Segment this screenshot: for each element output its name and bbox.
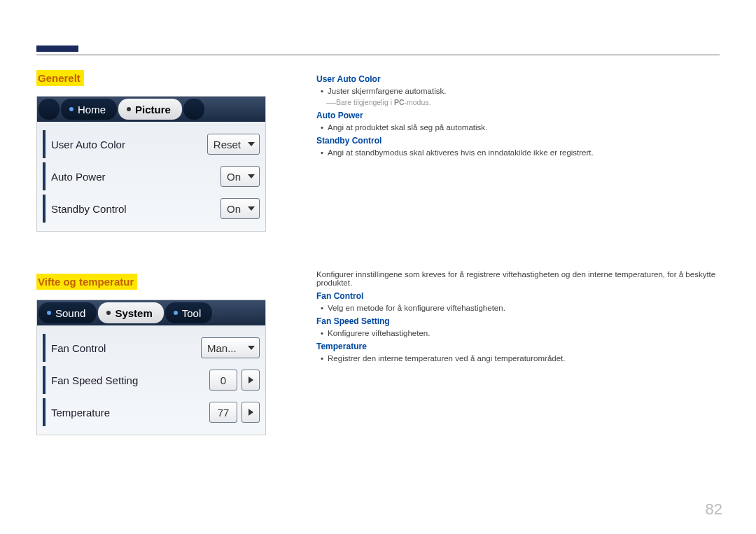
desc-heading: Fan Control: [316, 291, 720, 301]
chevron-down-icon: [248, 206, 255, 211]
row-standby-control: Standby Control On: [43, 195, 260, 223]
row-temperature: Temperature 77: [43, 398, 260, 426]
desc-user-auto-color: User Auto Color Juster skjermfargene aut…: [316, 74, 720, 106]
row-label: Standby Control: [51, 203, 220, 215]
spinner-value[interactable]: 77: [209, 402, 237, 423]
desc-note: Bare tilgjengelig i PC-modus.: [336, 98, 720, 106]
header-divider: [36, 55, 720, 55]
section-title-generelt: Generelt: [36, 70, 84, 86]
tab-right-overflow[interactable]: [183, 99, 204, 120]
spinner-temperature: 77: [209, 402, 260, 423]
row-user-auto-color: User Auto Color Reset: [43, 130, 260, 158]
page-content: Generelt Home Picture User: [36, 70, 720, 506]
settings-rows-vifte: Fan Control Man... Fan Speed Setting 0: [37, 325, 265, 435]
row-fan-control: Fan Control Man...: [43, 334, 260, 362]
dropdown-value: Man...: [207, 342, 237, 354]
dropdown-value: On: [227, 203, 241, 215]
row-label: Auto Power: [51, 171, 220, 183]
desc-heading: Temperature: [316, 342, 720, 351]
tab-home[interactable]: Home: [61, 99, 117, 120]
desc-bullet: Angi at produktet skal slå seg på automa…: [329, 123, 720, 132]
desc-temperature: Temperature Registrer den interne temper…: [316, 342, 720, 363]
note-bold: PC: [394, 98, 405, 106]
row-label: Fan Control: [51, 342, 201, 354]
tab-dot-icon: [69, 107, 74, 111]
desc-bullet: Konfigurere viftehastigheten.: [329, 329, 720, 337]
tabbar-vifte: Sound System Tool: [37, 300, 265, 325]
tab-label: Sound: [55, 307, 85, 319]
note-prefix: Bare tilgjengelig i: [336, 98, 394, 106]
row-label: Temperature: [51, 407, 209, 419]
dropdown-fan-control[interactable]: Man...: [201, 337, 260, 358]
desc-heading: Standby Control: [316, 136, 720, 146]
row-auto-power: Auto Power On: [43, 162, 260, 190]
tabbar-generelt: Home Picture: [37, 97, 265, 122]
spinner-fan-speed: 0: [209, 370, 260, 391]
screenshot-generelt: Home Picture User Auto Color Reset: [36, 96, 266, 232]
desc-heading: Fan Speed Setting: [316, 316, 720, 326]
spinner-increment-button[interactable]: [241, 402, 260, 423]
desc-heading: Auto Power: [316, 111, 720, 120]
dropdown-value: On: [227, 171, 241, 183]
desc-auto-power: Auto Power Angi at produktet skal slå se…: [316, 111, 720, 132]
desc-generelt: User Auto Color Juster skjermfargene aut…: [316, 74, 720, 157]
desc-bullet: Registrer den interne temperaturen ved å…: [329, 354, 720, 363]
desc-bullet: Velg en metode for å konfigurere vifteha…: [329, 304, 720, 312]
tab-dot-icon: [106, 311, 111, 315]
tab-label: Home: [78, 104, 106, 115]
section-generelt: Generelt Home Picture User: [36, 70, 288, 232]
tab-dot-icon: [127, 107, 131, 111]
tab-dot-icon: [174, 311, 178, 315]
tab-picture[interactable]: Picture: [118, 99, 182, 120]
row-fan-speed: Fan Speed Setting 0: [43, 366, 260, 394]
desc-heading: User Auto Color: [316, 74, 720, 84]
settings-rows-generelt: User Auto Color Reset Auto Power On: [37, 122, 265, 231]
dropdown-value: Reset: [214, 139, 241, 150]
tab-sound[interactable]: Sound: [38, 302, 97, 323]
header-accent-bar: [36, 45, 78, 52]
dropdown-standby-control[interactable]: On: [220, 198, 260, 219]
chevron-down-icon: [248, 142, 255, 146]
note-suffix: -modus.: [404, 98, 430, 106]
chevron-down-icon: [248, 174, 255, 178]
row-label: Fan Speed Setting: [51, 374, 209, 386]
triangle-right-icon: [248, 409, 253, 416]
spinner-increment-button[interactable]: [241, 370, 260, 391]
spinner-value[interactable]: 0: [209, 370, 237, 391]
section-vifte: Vifte og temperatur Sound System Tool: [36, 274, 288, 435]
desc-standby-control: Standby Control Angi at standbymodus ska…: [316, 136, 720, 157]
dropdown-auto-power[interactable]: On: [220, 166, 260, 187]
page-number: 82: [706, 500, 722, 519]
triangle-right-icon: [248, 377, 253, 384]
tab-dot-icon: [47, 311, 51, 315]
right-column: User Auto Color Juster skjermfargene aut…: [316, 70, 720, 365]
desc-fan-control: Fan Control Velg en metode for å konfigu…: [316, 291, 720, 312]
desc-bullet: Juster skjermfargene automatisk.: [329, 87, 720, 95]
tab-system[interactable]: System: [98, 302, 163, 323]
tab-tool[interactable]: Tool: [165, 302, 213, 323]
row-label: User Auto Color: [51, 139, 207, 150]
tab-label: Picture: [135, 104, 171, 115]
screenshot-vifte: Sound System Tool Fan Control: [36, 300, 266, 435]
tab-left-overflow[interactable]: [38, 99, 59, 120]
desc-vifte: Konfigurer innstillingene som kreves for…: [316, 270, 720, 363]
desc-intro: Konfigurer innstillingene som kreves for…: [316, 270, 720, 287]
left-column: Generelt Home Picture User: [36, 70, 288, 477]
section-title-vifte: Vifte og temperatur: [36, 274, 137, 290]
tab-label: System: [115, 307, 152, 319]
tab-label: Tool: [182, 307, 202, 319]
chevron-down-icon: [248, 346, 255, 350]
dropdown-user-auto-color[interactable]: Reset: [207, 134, 260, 155]
desc-fan-speed-setting: Fan Speed Setting Konfigurere viftehasti…: [316, 316, 720, 337]
desc-bullet: Angi at standbymodus skal aktiveres hvis…: [329, 148, 720, 157]
